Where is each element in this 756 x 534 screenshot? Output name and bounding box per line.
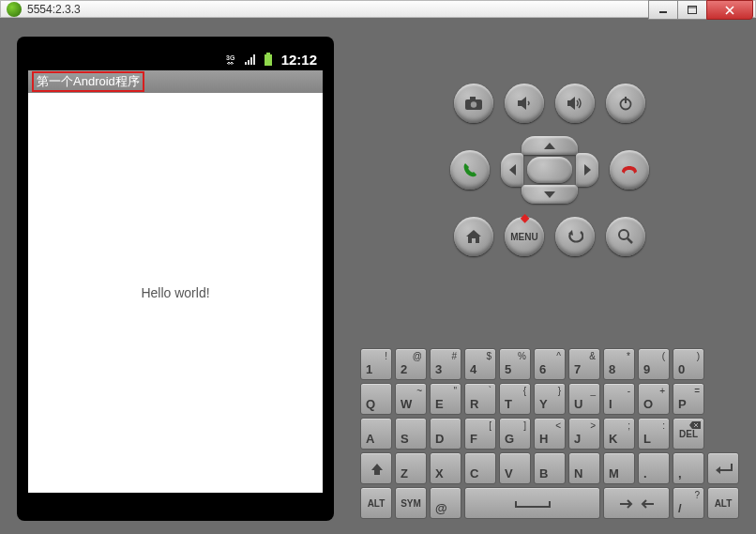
window-title: 5554:2.3.3 xyxy=(27,3,81,16)
close-button[interactable] xyxy=(706,0,753,20)
key-Z[interactable]: Z xyxy=(395,452,427,484)
back-button[interactable] xyxy=(555,217,595,256)
key-C[interactable]: C xyxy=(464,452,496,484)
key-K[interactable]: K; xyxy=(603,418,635,450)
key-D[interactable]: D xyxy=(430,418,461,450)
key-O[interactable]: O+ xyxy=(638,383,670,415)
key-M[interactable]: M xyxy=(603,452,635,484)
key-alt-right[interactable]: ALT xyxy=(707,487,739,519)
key-A[interactable]: A xyxy=(360,418,392,450)
key-I[interactable]: I- xyxy=(603,383,635,415)
svg-rect-9 xyxy=(265,54,272,66)
key-Y[interactable]: Y} xyxy=(534,383,566,415)
key-period[interactable]: . xyxy=(638,452,670,484)
dpad-center[interactable] xyxy=(527,157,572,183)
key-X[interactable]: X xyxy=(430,452,461,484)
key-space[interactable] xyxy=(464,487,600,519)
app-icon xyxy=(7,2,22,17)
key-at[interactable]: @ xyxy=(430,487,461,519)
power-button[interactable] xyxy=(606,84,645,123)
key-G[interactable]: G] xyxy=(499,418,531,450)
svg-rect-5 xyxy=(248,60,249,65)
key-T[interactable]: T{ xyxy=(499,383,531,415)
key-8[interactable]: 8* xyxy=(603,348,635,380)
key-comma[interactable]: , xyxy=(673,452,704,484)
key-shift-left[interactable] xyxy=(360,452,392,484)
key-9[interactable]: 9( xyxy=(638,348,670,380)
dpad-down[interactable] xyxy=(522,185,578,204)
key-row-2: QW~E"R`T{Y}U_I-O+P= xyxy=(360,383,739,415)
svg-point-15 xyxy=(619,230,628,239)
dpad-up[interactable] xyxy=(522,136,578,155)
key-F[interactable]: F[ xyxy=(464,418,496,450)
app-title-bar: 第一个Android程序 xyxy=(28,70,323,93)
key-0[interactable]: 0) xyxy=(673,348,704,380)
key-2[interactable]: 2@ xyxy=(395,348,427,380)
key-sym[interactable]: SYM xyxy=(395,487,427,519)
search-button[interactable] xyxy=(606,217,645,256)
key-alt-left[interactable]: ALT xyxy=(360,487,392,519)
maximize-button[interactable] xyxy=(677,0,707,20)
key-4[interactable]: 4$ xyxy=(464,348,496,380)
dpad-left[interactable] xyxy=(501,153,523,187)
dpad xyxy=(501,136,598,204)
svg-rect-6 xyxy=(250,57,252,65)
menu-label: MENU xyxy=(510,232,537,242)
key-E[interactable]: E" xyxy=(430,383,461,415)
status-time: 12:12 xyxy=(281,52,317,68)
key-5[interactable]: 5% xyxy=(499,348,531,380)
app-title: 第一个Android程序 xyxy=(32,71,144,92)
key-row-3: ASDF[G]H<J>K;L:DEL xyxy=(360,418,739,450)
key-del[interactable]: DEL xyxy=(673,418,704,450)
key-J[interactable]: J> xyxy=(568,418,600,450)
key-V[interactable]: V xyxy=(499,452,531,484)
end-call-button[interactable] xyxy=(610,150,649,190)
key-N[interactable]: N xyxy=(568,452,600,484)
key-enter[interactable] xyxy=(707,452,739,484)
svg-text:3G: 3G xyxy=(226,54,235,61)
signal-icon xyxy=(245,53,258,65)
volume-down-button[interactable] xyxy=(505,84,544,123)
key-L[interactable]: L: xyxy=(638,418,670,450)
key-H[interactable]: H< xyxy=(534,418,566,450)
svg-rect-11 xyxy=(470,97,476,100)
key-row-1: 1!2@3#4$5%6^7&8*9(0) xyxy=(360,348,739,380)
app-body: Hello world! xyxy=(28,93,323,493)
hello-text: Hello world! xyxy=(141,285,209,300)
key-1[interactable]: 1! xyxy=(360,348,392,380)
key-B[interactable]: B xyxy=(534,452,566,484)
key-P[interactable]: P= xyxy=(673,383,704,415)
key-row-4: ZXCVBNM., xyxy=(360,452,739,484)
data-3g-icon: 3G xyxy=(226,53,239,66)
key-S[interactable]: S xyxy=(395,418,427,450)
device-frame: 3G 12:12 第一个Android程序 Hello world! xyxy=(17,37,334,521)
camera-button[interactable] xyxy=(454,84,493,123)
device-screen[interactable]: 3G 12:12 第一个Android程序 Hello world! xyxy=(28,48,323,493)
svg-rect-8 xyxy=(266,53,270,54)
svg-rect-7 xyxy=(253,54,255,65)
svg-rect-4 xyxy=(245,62,247,65)
key-row-5: ALTSYM@/?ALT xyxy=(360,487,739,519)
titlebar: 5554:2.3.3 xyxy=(0,0,756,18)
status-bar: 3G 12:12 xyxy=(28,48,323,70)
home-button[interactable] xyxy=(454,217,493,256)
call-button[interactable] xyxy=(450,150,490,190)
menu-button[interactable]: ◆ MENU xyxy=(505,217,544,256)
dpad-right[interactable] xyxy=(576,153,598,187)
key-R[interactable]: R` xyxy=(464,383,496,415)
svg-line-16 xyxy=(627,238,632,243)
key-7[interactable]: 7& xyxy=(568,348,600,380)
svg-rect-14 xyxy=(625,97,627,103)
key-U[interactable]: U_ xyxy=(568,383,600,415)
volume-up-button[interactable] xyxy=(555,84,595,123)
key-3[interactable]: 3# xyxy=(430,348,461,380)
key-6[interactable]: 6^ xyxy=(534,348,566,380)
keyboard: 1!2@3#4$5%6^7&8*9(0) QW~E"R`T{Y}U_I-O+P=… xyxy=(360,348,739,521)
key-W[interactable]: W~ xyxy=(395,383,427,415)
key-Q[interactable]: Q xyxy=(360,383,392,415)
key-slash[interactable]: /? xyxy=(673,487,704,519)
key-dpad-toggle[interactable] xyxy=(603,487,670,519)
svg-point-12 xyxy=(471,101,476,107)
minimize-button[interactable] xyxy=(648,0,678,20)
battery-icon xyxy=(264,53,273,66)
